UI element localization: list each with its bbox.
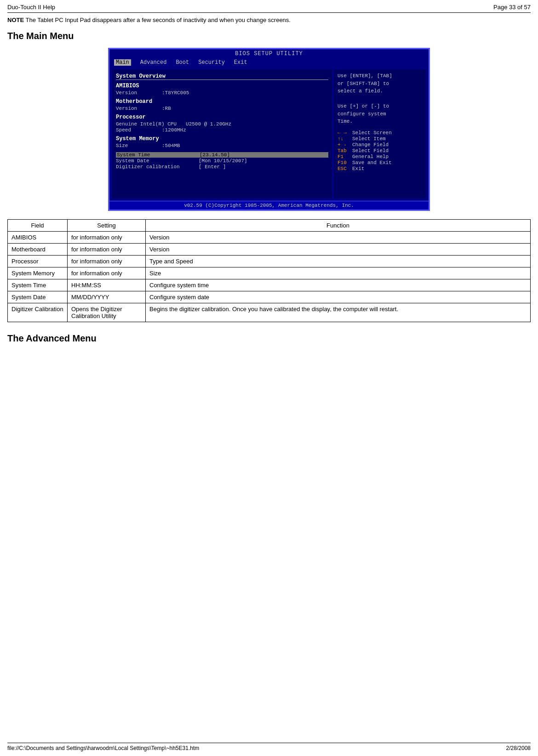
- bios-nav-row: ↑↓Select Item: [338, 136, 422, 142]
- bios-nav-key: F1: [338, 154, 350, 159]
- bios-motherboard-title: Motherboard: [116, 98, 328, 105]
- bios-title-bar: BIOS SETUP UTILITY: [109, 49, 429, 58]
- footer-bar: file://C:\Documents and Settings\harwood…: [7, 743, 531, 751]
- table-row: Digitizer Calibration Opens the Digitize…: [8, 303, 531, 322]
- table-cell-setting: for information only: [68, 267, 146, 279]
- bios-date-label: System Date: [116, 158, 189, 164]
- note-label: NOTE: [7, 17, 24, 23]
- bios-nav-desc: Select Item: [352, 136, 386, 142]
- bios-menu-advanced[interactable]: Advanced: [140, 59, 167, 66]
- bios-menu-bar: Main Advanced Boot Security Exit: [109, 58, 429, 67]
- bios-nav-row: ESCExit: [338, 166, 422, 171]
- bios-sysmem-size-value: :504MB: [162, 143, 180, 148]
- bios-nav-section: ← →Select Screen↑↓Select Item+ -Change F…: [338, 130, 422, 171]
- table-row: System Memory for information only Size: [8, 267, 531, 279]
- table-row: AMIBIOS for information only Version: [8, 232, 531, 244]
- table-cell-function: Version: [146, 232, 531, 244]
- bios-system-time-row: System Time [23.14.50] System Date [Mon …: [116, 152, 328, 170]
- table-header-row: Field Setting Function: [8, 220, 531, 232]
- bios-nav-desc: Save and Exit: [352, 160, 392, 165]
- bios-help-line3: select a field.: [338, 88, 383, 94]
- bios-sysmem-size: Size :504MB: [116, 143, 328, 148]
- bios-right-panel: Use [ENTER], [TAB] or [SHIFT-TAB] to sel…: [334, 69, 426, 198]
- bios-nav-desc: Exit: [352, 166, 364, 171]
- bios-nav-key: ← →: [338, 130, 350, 136]
- page-number: Page 33 of 57: [493, 4, 531, 11]
- table-cell-field: Motherboard: [8, 244, 68, 256]
- table-cell-field: Processor: [8, 256, 68, 267]
- bios-overview-title: System Overview: [116, 73, 328, 80]
- bios-amibios-version-label: Version: [116, 90, 153, 96]
- bios-processor-speed: Speed :1200MHz: [116, 127, 328, 133]
- bios-nav-desc: Select Screen: [352, 130, 392, 136]
- bios-motherboard-version-value: :RB: [162, 106, 171, 111]
- bios-help-line5: Use [+] or [-] to: [338, 103, 389, 109]
- bios-processor-cpu-value: U2500 @ 1.20GHz: [186, 121, 231, 127]
- table-row: System Time HH:MM:SS Configure system ti…: [8, 279, 531, 291]
- table-cell-field: System Memory: [8, 267, 68, 279]
- bios-content: System Overview AMIBIOS Version :T8YRC00…: [109, 67, 429, 201]
- table-cell-field: Digitizer Calibration: [8, 303, 68, 322]
- table-cell-function: Begins the digitizer calibration. Once y…: [146, 303, 531, 322]
- bios-digitizer-value: [ Enter ]: [199, 164, 226, 170]
- table-cell-function: Version: [146, 244, 531, 256]
- bios-motherboard-version-label: Version: [116, 106, 153, 111]
- bios-nav-desc: Change Field: [352, 142, 389, 148]
- table-cell-setting: for information only: [68, 232, 146, 244]
- table-row: Motherboard for information only Version: [8, 244, 531, 256]
- table-cell-setting: for information only: [68, 244, 146, 256]
- bios-help-line1: Use [ENTER], [TAB]: [338, 73, 392, 79]
- table-cell-field: System Date: [8, 291, 68, 303]
- bios-nav-row: F1General Help: [338, 154, 422, 159]
- bios-date-value: [Mon 10/15/2007]: [199, 158, 247, 164]
- table-cell-function: Configure system date: [146, 291, 531, 303]
- table-col-field: Field: [8, 220, 68, 232]
- bios-sysmem-title: System Memory: [116, 136, 328, 142]
- bios-time-value: [23.14.50]: [200, 152, 230, 158]
- bios-footer: v02.59 (C)Copyright 1985-2005, American …: [109, 201, 429, 210]
- bios-processor-cpu: Genuine Intel(R) CPU U2500 @ 1.20GHz: [116, 121, 328, 127]
- bios-amibios-version-value: :T8YRC005: [162, 90, 189, 96]
- table-row: System Date MM/DD/YYYY Configure system …: [8, 291, 531, 303]
- table-col-function: Function: [146, 220, 531, 232]
- bios-menu-security[interactable]: Security: [198, 59, 225, 66]
- bios-help-line6: configure system: [338, 111, 386, 117]
- bios-nav-key: ESC: [338, 166, 350, 171]
- table-cell-setting: HH:MM:SS: [68, 279, 146, 291]
- top-bar: Duo-Touch II Help Page 33 of 57: [7, 4, 531, 13]
- bios-screenshot-container: BIOS SETUP UTILITY Main Advanced Boot Se…: [7, 48, 531, 211]
- table-cell-field: AMIBIOS: [8, 232, 68, 244]
- bios-menu-exit[interactable]: Exit: [234, 59, 247, 66]
- bios-nav-desc: Select Field: [352, 148, 389, 153]
- table-cell-setting: for information only: [68, 256, 146, 267]
- bios-nav-key: + -: [338, 142, 350, 148]
- bios-nav-row: F10Save and Exit: [338, 160, 422, 165]
- bios-nav-key: Tab: [338, 148, 350, 153]
- bios-nav-key: ↑↓: [338, 136, 350, 142]
- bios-nav-row: + -Change Field: [338, 142, 422, 148]
- section2-heading: The Advanced Menu: [7, 333, 531, 344]
- bios-digitizer-row: Digitizer calibration [ Enter ]: [116, 164, 328, 170]
- bios-digitizer-label: Digitizer calibration: [116, 164, 189, 170]
- bios-sysmem-size-label: Size: [116, 143, 153, 148]
- table-cell-function: Type and Speed: [146, 256, 531, 267]
- bios-menu-main[interactable]: Main: [114, 59, 131, 66]
- footer-path: file://C:\Documents and Settings\harwood…: [7, 745, 199, 751]
- table-cell-function: Size: [146, 267, 531, 279]
- main-menu-table: Field Setting Function AMIBIOS for infor…: [7, 219, 531, 322]
- bios-menu-boot[interactable]: Boot: [176, 59, 189, 66]
- table-col-setting: Setting: [68, 220, 146, 232]
- note-line: NOTE The Tablet PC Input Pad disappears …: [7, 17, 531, 23]
- bios-nav-desc: General Help: [352, 154, 389, 159]
- table-cell-setting: Opens the Digitizer Calibration Utility: [68, 303, 146, 322]
- bios-date-row: System Date [Mon 10/15/2007]: [116, 158, 328, 164]
- bios-help-line7: Time.: [338, 119, 353, 124]
- bios-processor-title: Processor: [116, 114, 328, 120]
- table-cell-field: System Time: [8, 279, 68, 291]
- bios-left-panel: System Overview AMIBIOS Version :T8YRC00…: [112, 69, 332, 198]
- table-cell-function: Configure system time: [146, 279, 531, 291]
- bios-processor-speed-value: :1200MHz: [162, 127, 186, 133]
- bios-amibios-version: Version :T8YRC005: [116, 90, 328, 96]
- bios-nav-row: TabSelect Field: [338, 148, 422, 153]
- bios-help-line2: or [SHIFT-TAB] to: [338, 81, 389, 86]
